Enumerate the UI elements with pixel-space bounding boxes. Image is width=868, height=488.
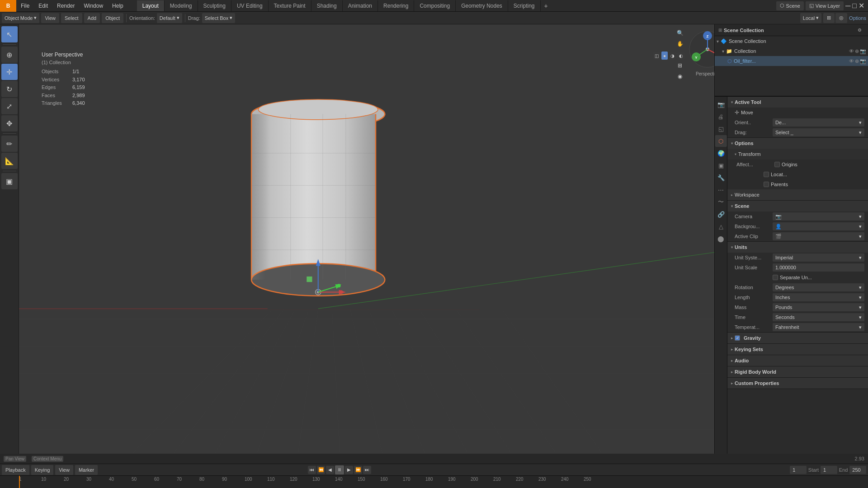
prop-tab-output[interactable]: 🖨 xyxy=(715,111,727,122)
background-dropdown[interactable]: 👤 ▾ xyxy=(773,222,864,230)
camera-dropdown[interactable]: 📷 ▾ xyxy=(773,212,864,221)
prop-tab-material[interactable]: ⬤ xyxy=(715,233,727,244)
tool-annotate[interactable]: ✏ xyxy=(1,136,18,152)
options-label[interactable]: Options xyxy=(849,15,866,21)
locations-checkbox[interactable] xyxy=(764,172,769,177)
render-icon[interactable]: 📷 xyxy=(860,48,866,54)
workspace-section-header[interactable]: ▸ Workspace xyxy=(727,189,868,200)
tab-scripting[interactable]: Scripting xyxy=(508,0,541,11)
tool-scale[interactable]: ⤢ xyxy=(1,98,18,114)
gravity-checkbox[interactable]: ✓ xyxy=(735,335,740,341)
wireframe-shading[interactable]: ◫ xyxy=(653,52,660,60)
timeline-ruler[interactable]: 1 10 20 30 40 50 60 70 80 90 100 110 120… xyxy=(0,476,868,488)
orient-dropdown[interactable]: De... ▾ xyxy=(773,118,864,127)
transform-header[interactable]: ▾ Transform xyxy=(727,149,868,160)
view-layer-selector[interactable]: ◱ View Layer xyxy=(806,1,844,10)
active-tool-header[interactable]: ▾ Active Tool xyxy=(727,97,868,108)
mode-selector[interactable]: Object Mode ▾ xyxy=(2,13,39,23)
tab-compositing[interactable]: Compositing xyxy=(414,0,456,11)
play-backwards-button[interactable]: ◀ xyxy=(326,466,334,474)
rotation-dropdown[interactable]: Degrees ▾ xyxy=(773,283,864,291)
tab-modeling[interactable]: Modeling xyxy=(165,0,198,11)
prop-tab-constraints[interactable]: 🔗 xyxy=(715,208,727,220)
prev-keyframe-button[interactable]: ⏪ xyxy=(317,466,325,474)
prop-tab-data[interactable]: △ xyxy=(715,221,727,232)
menu-file[interactable]: File xyxy=(16,0,34,11)
timeline-view-menu[interactable]: View xyxy=(55,465,73,475)
collection-item[interactable]: ▾ 📁 Collection 👁 ⊕ 📷 xyxy=(715,46,868,56)
playback-menu[interactable]: Playback xyxy=(2,465,29,475)
select-menu[interactable]: Select xyxy=(61,13,82,23)
menu-window[interactable]: Window xyxy=(79,0,108,11)
mass-dropdown[interactable]: Pounds ▾ xyxy=(773,303,864,311)
time-dropdown[interactable]: Seconds ▾ xyxy=(773,313,864,321)
obj-cursor-icon[interactable]: ⊕ xyxy=(855,58,859,64)
add-workspace-button[interactable]: + xyxy=(541,0,552,11)
origins-checkbox[interactable] xyxy=(774,162,780,167)
obj-render-icon[interactable]: 📷 xyxy=(860,58,866,64)
3d-viewport[interactable]: User Perspective (1) Collection Objects … xyxy=(19,24,732,474)
prop-tab-world[interactable]: 🌍 xyxy=(715,147,727,159)
material-shading[interactable]: ◑ xyxy=(669,52,676,60)
solid-shading[interactable]: ● xyxy=(661,52,668,60)
tool-move[interactable]: ✛ xyxy=(1,64,18,80)
prop-tab-object[interactable]: ▣ xyxy=(715,160,727,171)
oil-filter-item[interactable]: ⬡ Oil_filter... 👁 ⊕ 📷 xyxy=(715,56,868,66)
tool-add[interactable]: ▣ xyxy=(1,173,18,189)
unit-system-dropdown[interactable]: Imperial ▾ xyxy=(773,253,864,262)
orientation-selector[interactable]: Default ▾ xyxy=(157,13,182,23)
tool-cursor[interactable]: ⊕ xyxy=(1,47,18,63)
tool-measure[interactable]: 📐 xyxy=(1,153,18,169)
end-frame-field[interactable]: 250 xyxy=(849,466,866,474)
prop-tab-modifiers[interactable]: 🔧 xyxy=(715,172,727,183)
drag-dropdown[interactable]: Select _ ▾ xyxy=(773,128,864,136)
minimize-button[interactable]: ─ xyxy=(845,2,850,10)
tab-layout[interactable]: Layout xyxy=(137,0,165,11)
next-keyframe-button[interactable]: ⏩ xyxy=(354,466,362,474)
add-menu[interactable]: Add xyxy=(84,13,100,23)
marker-menu[interactable]: Marker xyxy=(75,465,98,475)
scene-collection-item[interactable]: ▾ 🔷 Scene Collection xyxy=(715,36,868,46)
parents-checkbox[interactable] xyxy=(764,182,769,187)
overlay-button[interactable]: ◉ xyxy=(675,71,685,81)
maximize-button[interactable]: □ xyxy=(852,2,857,10)
zoom-in-button[interactable]: 🔍 xyxy=(675,28,685,38)
tool-transform[interactable]: ✥ xyxy=(1,115,18,131)
prop-tab-physics[interactable]: 〜 xyxy=(715,196,727,208)
obj-eye-icon[interactable]: 👁 xyxy=(849,58,854,64)
rigid-body-header[interactable]: ▸ Rigid Body World xyxy=(727,366,868,377)
jump-to-start-button[interactable]: ⏮ xyxy=(308,466,316,474)
play-button[interactable]: ▶ xyxy=(345,466,353,474)
eye-icon[interactable]: 👁 xyxy=(849,48,854,54)
tab-sculpting[interactable]: Sculpting xyxy=(198,0,231,11)
tab-uv-editing[interactable]: UV Editing xyxy=(231,0,269,11)
current-frame-field[interactable]: 1 xyxy=(790,466,807,474)
tool-select[interactable]: ↖ xyxy=(1,26,18,42)
stop-button[interactable]: ⏸ xyxy=(335,465,344,474)
prop-tab-scene[interactable]: ⬡ xyxy=(715,135,727,147)
jump-to-end-button[interactable]: ⏭ xyxy=(363,466,371,474)
outliner-filter[interactable]: ⚙ xyxy=(854,25,864,35)
rendered-shading[interactable]: ◐ xyxy=(677,52,685,60)
tab-animation[interactable]: Animation xyxy=(343,0,378,11)
menu-render[interactable]: Render xyxy=(52,0,79,11)
close-button[interactable]: ✕ xyxy=(859,1,864,10)
length-dropdown[interactable]: Inches ▾ xyxy=(773,293,864,301)
separate-units-checkbox[interactable] xyxy=(773,275,778,280)
tool-rotate[interactable]: ↻ xyxy=(1,81,18,97)
audio-header[interactable]: ▸ Audio xyxy=(727,355,868,366)
snap-button[interactable]: ⊞ xyxy=(823,13,835,23)
scene-section-header[interactable]: ▾ Scene xyxy=(727,201,868,211)
object-menu[interactable]: Object xyxy=(102,13,123,23)
temperature-dropdown[interactable]: Fahrenheit ▾ xyxy=(773,323,864,331)
prop-tab-render[interactable]: 📷 xyxy=(715,99,727,110)
transform-space-selector[interactable]: Local ▾ xyxy=(800,13,821,23)
prop-tab-particles[interactable]: ⋯ xyxy=(715,184,727,196)
unit-scale-value[interactable]: 1.000000 xyxy=(773,263,864,272)
gravity-header[interactable]: ▸ ✓ Gravity xyxy=(727,333,868,343)
move-view-button[interactable]: ✋ xyxy=(675,39,685,49)
keying-menu[interactable]: Keying xyxy=(31,465,54,475)
tab-rendering[interactable]: Rendering xyxy=(378,0,414,11)
keying-sets-header[interactable]: ▸ Keying Sets xyxy=(727,344,868,355)
menu-help[interactable]: Help xyxy=(108,0,128,11)
